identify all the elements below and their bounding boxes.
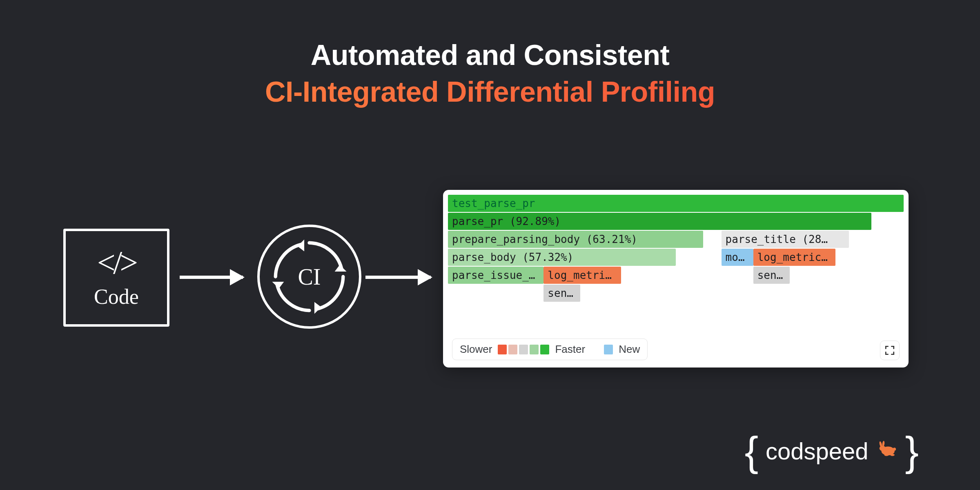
ci-circle: CI [257, 225, 361, 329]
flame-cell[interactable]: sen… [543, 285, 580, 302]
svg-marker-3 [298, 239, 305, 251]
svg-point-10 [893, 448, 896, 451]
code-box: </> Code [63, 229, 169, 327]
arrow-icon [180, 276, 243, 279]
flame-row: parse_body (57.32%)mo…log_metric… [448, 249, 904, 266]
flame-row: prepare_parsing_body (63.21%)parse_title… [448, 231, 904, 248]
flame-cell[interactable]: parse_title (28… [722, 231, 849, 248]
flame-cell[interactable]: prepare_parsing_body (63.21%) [448, 231, 703, 248]
flame-cell[interactable]: log_metri… [543, 267, 621, 284]
brand-logo: { codspeed } [745, 437, 919, 465]
svg-point-8 [890, 454, 895, 456]
brand-name: codspeed [766, 437, 869, 465]
svg-marker-2 [272, 282, 284, 289]
flame-row: sen… [448, 285, 904, 302]
flame-row: parse_pr (92.89%) [448, 213, 904, 230]
flame-cell[interactable]: parse_body (57.32%) [448, 249, 676, 266]
flame-cell[interactable]: sen… [753, 267, 790, 284]
flame-cell[interactable]: test_parse_pr [448, 195, 904, 212]
svg-point-9 [884, 454, 889, 456]
flame-cell[interactable]: parse_issue_f… [448, 267, 543, 284]
svg-marker-0 [335, 265, 347, 272]
code-icon: </> [66, 244, 167, 281]
flame-row: test_parse_pr [448, 195, 904, 212]
flame-cell[interactable]: log_metric… [753, 249, 835, 266]
rabbit-icon [876, 438, 898, 465]
legend: Slower Faster New [452, 339, 648, 360]
title-block: Automated and Consistent CI-Integrated D… [0, 0, 980, 108]
legend-slower-label: Slower [460, 343, 492, 356]
code-label: Code [66, 285, 167, 309]
legend-gradient-icon [498, 345, 549, 354]
title-line1: Automated and Consistent [0, 39, 980, 71]
legend-faster-label: Faster [555, 343, 585, 356]
flame-graph-panel: test_parse_prparse_pr (92.89%)prepare_pa… [443, 190, 909, 368]
legend-new-label: New [619, 343, 640, 356]
flame-rows: test_parse_prparse_pr (92.89%)prepare_pa… [448, 195, 904, 302]
flame-row: parse_issue_f…log_metri…sen… [448, 267, 904, 284]
ci-label: CI [298, 264, 321, 290]
fullscreen-button[interactable] [880, 341, 900, 360]
arrow-icon [365, 276, 431, 279]
svg-marker-1 [314, 302, 321, 314]
fullscreen-icon [884, 345, 895, 356]
legend-new-swatch [604, 345, 613, 354]
diagram-row: </> Code CI test_p [0, 180, 980, 384]
title-line2: CI-Integrated Differential Profiling [265, 76, 715, 108]
flame-cell[interactable]: mo… [722, 249, 753, 266]
flame-cell[interactable]: parse_pr (92.89%) [448, 213, 871, 230]
